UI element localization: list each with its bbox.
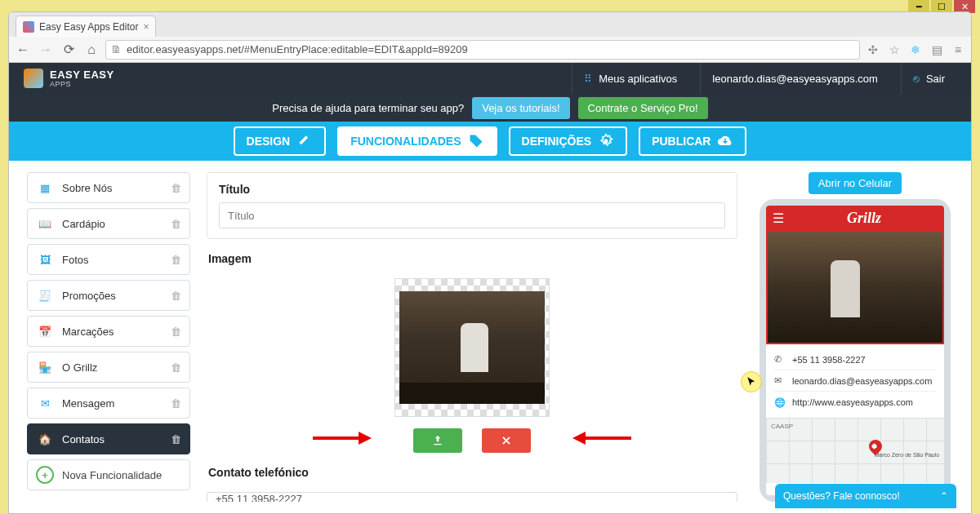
gear-icon — [598, 133, 614, 149]
nav-publish[interactable]: PUBLICAR — [639, 126, 746, 156]
brush-icon — [296, 133, 313, 149]
image-dropzone[interactable] — [394, 278, 550, 417]
extension-box-icon[interactable]: ▤ — [929, 42, 945, 58]
app-logo[interactable]: EASY EASY APPS — [24, 69, 114, 88]
browser-tab[interactable]: Easy Easy Apps Editor × — [16, 16, 156, 37]
brand-sub: APPS — [50, 81, 114, 88]
preview-brand: Grillz — [791, 210, 938, 227]
help-bar: Precisa de ajuda para terminar seu app? … — [9, 94, 971, 122]
url-text: editor.easyeasyapps.net/#MenuEntryPlace:… — [127, 43, 468, 55]
sidebar-item-label: Promoções — [62, 290, 116, 302]
preview-email-row[interactable]: ✉ leonardo.dias@easyeasyapps.com — [774, 370, 936, 392]
device-frame: ☰ Grillz ✆ +55 11 3958-2227 ✉ — [760, 199, 951, 502]
sidebar-item-menu[interactable]: 📖 Cardápio 🗑 — [27, 208, 190, 239]
preview-map[interactable]: CAASP Marco Zero de São Paulo — [766, 418, 944, 483]
preview-contacts: ✆ +55 11 3958-2227 ✉ leonardo.dias@easye… — [766, 344, 944, 418]
sidebar-item-photos[interactable]: 🖼 Fotos 🗑 — [27, 244, 190, 275]
trash-icon[interactable]: 🗑 — [171, 433, 181, 445]
back-icon[interactable]: ← — [14, 41, 32, 59]
nav-design-label: DESIGN — [247, 135, 291, 148]
logout-label: Sair — [926, 73, 945, 85]
trash-icon[interactable]: 🗑 — [171, 218, 181, 230]
sidebar-item-label: Mensagem — [62, 397, 114, 410]
globe-icon: 🌐 — [774, 397, 786, 408]
tutorials-button[interactable]: Veja os tutoriais! — [472, 97, 569, 119]
nav-features-label: FUNCIONALIDADES — [350, 135, 461, 148]
extension-icon[interactable]: ✣ — [865, 42, 881, 58]
preview-app-header: ☰ Grillz — [766, 206, 944, 230]
preview-phone-text: +55 11 3958-2227 — [792, 355, 866, 365]
phone-icon: ✆ — [774, 354, 786, 365]
logout-icon: ⎋ — [913, 73, 920, 85]
sidebar-item-contacts[interactable]: 🏠 Contatos 🗑 — [27, 423, 190, 454]
preview-email-text: leonardo.dias@easyeasyapps.com — [792, 376, 932, 386]
favicon-icon — [23, 21, 34, 33]
book-icon: 📖 — [36, 215, 54, 233]
store-icon: 🏪 — [36, 358, 54, 376]
calendar-icon: 📅 — [36, 322, 54, 340]
preview-web-text: http://www.easyeasyapps.com — [792, 397, 913, 407]
forward-icon: → — [37, 41, 55, 59]
title-input[interactable] — [219, 202, 725, 228]
trash-icon[interactable]: 🗑 — [171, 254, 181, 266]
image-icon: 🖼 — [36, 250, 54, 268]
phone-input[interactable] — [207, 492, 737, 502]
sidebar-item-promo[interactable]: 🧾 Promoções 🗑 — [27, 280, 190, 311]
account-email[interactable]: leonardo.dias@easyeasyapps.com — [700, 63, 889, 94]
home-icon: 🏠 — [36, 430, 54, 448]
open-on-phone-button[interactable]: Abrir no Celular — [808, 172, 902, 194]
trash-icon[interactable]: 🗑 — [171, 361, 181, 374]
sidebar-item-message[interactable]: ✉ Mensagem 🗑 — [27, 388, 190, 419]
account-email-text: leonardo.dias@easyeasyapps.com — [712, 73, 878, 85]
nav-features[interactable]: FUNCIONALIDADES — [337, 126, 497, 156]
add-feature-button[interactable]: + Nova Funcionalidade — [27, 459, 190, 490]
sidebar-item-grillz[interactable]: 🏪 O Grillz 🗑 — [27, 352, 190, 383]
chat-label: Questões? Fale connosco! — [783, 490, 900, 502]
tab-close-icon[interactable]: × — [143, 21, 149, 33]
sidebar-item-label: Fotos — [62, 254, 89, 266]
sidebar-item-label: Sobre Nós — [62, 182, 112, 194]
support-chat-widget[interactable]: Questões? Fale connosco! ⌃ — [775, 484, 956, 508]
remove-image-button[interactable] — [482, 428, 531, 453]
chrome-menu-icon[interactable]: ≡ — [950, 42, 966, 58]
trash-icon[interactable]: 🗑 — [171, 326, 181, 338]
url-bar[interactable]: 🗎 editor.easyeasyapps.net/#MenuEntryPlac… — [105, 40, 860, 60]
title-label: Título — [219, 183, 725, 196]
logout-link[interactable]: ⎋ Sair — [901, 63, 956, 94]
hamburger-icon[interactable]: ☰ — [773, 210, 784, 226]
title-panel: Título — [207, 172, 737, 239]
pro-service-button[interactable]: Contrate o Serviço Pro! — [578, 97, 708, 119]
features-sidebar: ▦ Sobre Nós 🗑 📖 Cardápio 🗑 🖼 Fotos 🗑 — [27, 172, 190, 502]
upload-image-button[interactable] — [413, 428, 462, 453]
preview-web-row[interactable]: 🌐 http://www.easyeasyapps.com — [774, 392, 936, 413]
sidebar-item-bookings[interactable]: 📅 Marcações 🗑 — [27, 316, 190, 347]
tag-icon — [468, 133, 484, 149]
main-nav: DESIGN FUNCIONALIDADES DEFINIÇÕES PUBLIC… — [9, 122, 971, 161]
home-icon[interactable]: ⌂ — [82, 41, 100, 59]
receipt-icon: 🧾 — [36, 286, 54, 304]
envelope-icon: ✉ — [774, 375, 786, 386]
bookmark-icon[interactable]: ☆ — [886, 42, 902, 58]
extension-snow-icon[interactable]: ❄ — [907, 42, 924, 58]
nav-design[interactable]: DESIGN — [234, 126, 327, 156]
cloud-upload-icon — [717, 133, 733, 149]
page-icon: 🗎 — [111, 43, 122, 55]
logo-mark-icon — [24, 69, 43, 88]
plus-icon: + — [36, 466, 54, 484]
trash-icon[interactable]: 🗑 — [171, 290, 181, 302]
brand-name: EASY EASY — [50, 69, 114, 81]
browser-tabstrip: Easy Easy Apps Editor × — [9, 12, 971, 37]
upload-icon — [431, 434, 444, 447]
sidebar-item-about[interactable]: ▦ Sobre Nós 🗑 — [27, 172, 190, 203]
open-sign-icon: ▦ — [36, 179, 54, 197]
nav-settings[interactable]: DEFINIÇÕES — [509, 126, 628, 156]
my-apps-link[interactable]: ⠿ Meus aplicativos — [572, 63, 688, 94]
close-icon — [501, 435, 512, 446]
trash-icon[interactable]: 🗑 — [171, 182, 181, 194]
trash-icon[interactable]: 🗑 — [171, 397, 181, 410]
browser-toolbar: ← → ⟳ ⌂ 🗎 editor.easyeasyapps.net/#MenuE… — [9, 37, 971, 63]
preview-hero-image — [766, 230, 944, 344]
sidebar-item-label: Marcações — [62, 326, 114, 338]
reload-icon[interactable]: ⟳ — [60, 41, 78, 59]
preview-phone-row[interactable]: ✆ +55 11 3958-2227 — [774, 349, 936, 370]
